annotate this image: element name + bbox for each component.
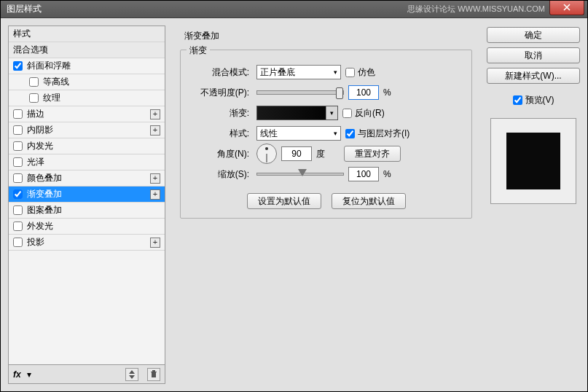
opacity-slider[interactable] xyxy=(256,90,344,95)
scale-input[interactable] xyxy=(348,167,379,181)
style-item-label: 内阴影 xyxy=(27,124,53,136)
panel-title: 渐变叠加 xyxy=(184,30,472,42)
gradient-group: 渐变 混合模式: 正片叠底▾ 仿色 不透明度(P): % 渐变: ▾ xyxy=(180,50,472,219)
style-item[interactable]: 光泽 xyxy=(9,154,165,170)
style-item[interactable]: 投影+ xyxy=(9,235,165,251)
style-item-label: 描边 xyxy=(27,108,44,120)
style-item-label: 斜面和浮雕 xyxy=(27,60,71,72)
angle-dial[interactable] xyxy=(256,144,277,164)
style-select[interactable]: 线性▾ xyxy=(256,126,341,141)
style-item-checkbox[interactable] xyxy=(13,189,23,199)
preview-checkbox[interactable]: 预览(V) xyxy=(487,94,580,106)
style-label: 样式: xyxy=(189,128,252,140)
chevron-down-icon: ▾ xyxy=(334,68,337,76)
plus-icon[interactable]: + xyxy=(150,189,160,200)
style-item[interactable]: 斜面和浮雕 xyxy=(9,58,165,74)
blend-mode-label: 混合模式: xyxy=(189,66,252,79)
blend-options-header[interactable]: 混合选项 xyxy=(9,42,165,58)
style-item[interactable]: 纹理 xyxy=(9,90,165,106)
opacity-input[interactable] xyxy=(348,85,379,100)
reset-default-button[interactable]: 复位为默认值 xyxy=(332,193,406,209)
reset-align-button[interactable]: 重置对齐 xyxy=(344,146,401,162)
style-item[interactable]: 颜色叠加+ xyxy=(9,170,165,187)
preview-box xyxy=(490,118,576,204)
group-title: 渐变 xyxy=(187,44,210,57)
chevron-down-icon: ▾ xyxy=(326,106,337,119)
fx-label: fx xyxy=(13,369,21,380)
blend-mode-select[interactable]: 正片叠底▾ xyxy=(256,65,341,79)
gradient-picker[interactable]: ▾ xyxy=(256,106,338,120)
style-item-checkbox[interactable] xyxy=(29,93,39,103)
style-item-checkbox[interactable] xyxy=(13,61,23,71)
style-item-label: 光泽 xyxy=(27,156,44,168)
styles-panel: 样式混合选项斜面和浮雕等高线纹理描边+内阴影+内发光光泽颜色叠加+渐变叠加+图案… xyxy=(8,26,165,384)
style-item[interactable]: 内发光 xyxy=(9,138,165,154)
style-item-label: 图案叠加 xyxy=(27,204,62,216)
preview-swatch xyxy=(506,133,560,189)
style-item[interactable]: 图案叠加 xyxy=(9,203,165,219)
reverse-checkbox[interactable]: 反向(R) xyxy=(342,107,385,119)
angle-label: 角度(N): xyxy=(189,148,252,160)
style-item[interactable]: 等高线 xyxy=(9,74,165,90)
style-item-label: 等高线 xyxy=(43,76,69,88)
arrow-updown-icon[interactable] xyxy=(125,368,138,381)
opacity-label: 不透明度(P): xyxy=(189,87,252,99)
trash-icon[interactable] xyxy=(147,368,160,381)
action-panel: 确定 取消 新建样式(W)... 预览(V) xyxy=(487,26,580,384)
settings-panel: 渐变叠加 渐变 混合模式: 正片叠底▾ 仿色 不透明度(P): % xyxy=(173,26,479,384)
style-item-checkbox[interactable] xyxy=(13,222,23,231)
plus-icon[interactable]: + xyxy=(150,238,160,248)
window-title: 图层样式 xyxy=(7,3,42,15)
style-item-checkbox[interactable] xyxy=(29,77,39,87)
style-item-checkbox[interactable] xyxy=(13,238,23,247)
styles-header[interactable]: 样式 xyxy=(9,26,165,42)
cancel-button[interactable]: 取消 xyxy=(487,47,580,63)
gradient-label: 渐变: xyxy=(189,107,252,119)
dither-checkbox[interactable]: 仿色 xyxy=(345,66,375,79)
style-item[interactable]: 外发光 xyxy=(9,219,165,235)
style-item-checkbox[interactable] xyxy=(13,125,23,135)
close-button[interactable] xyxy=(549,1,584,15)
watermark: 思缘设计论坛 WWW.MISSYUAN.COM xyxy=(407,4,545,15)
titlebar[interactable]: 图层样式 思缘设计论坛 WWW.MISSYUAN.COM xyxy=(1,1,587,18)
scale-label: 缩放(S): xyxy=(189,168,252,181)
chevron-down-icon: ▾ xyxy=(334,130,337,137)
style-item-label: 投影 xyxy=(27,236,44,248)
style-item[interactable]: 内阴影+ xyxy=(9,122,165,138)
angle-input[interactable] xyxy=(281,146,312,161)
scale-slider[interactable] xyxy=(256,173,344,176)
style-item-label: 渐变叠加 xyxy=(27,188,62,200)
set-default-button[interactable]: 设置为默认值 xyxy=(247,193,321,209)
styles-footer: fx▾ xyxy=(9,364,165,383)
style-item-checkbox[interactable] xyxy=(13,173,23,183)
style-item[interactable]: 描边+ xyxy=(9,106,165,122)
style-item-checkbox[interactable] xyxy=(13,205,23,215)
plus-icon[interactable]: + xyxy=(150,125,160,136)
close-icon xyxy=(563,4,571,11)
style-item-label: 内发光 xyxy=(27,140,53,152)
ok-button[interactable]: 确定 xyxy=(487,27,580,43)
style-item-label: 颜色叠加 xyxy=(27,172,62,184)
new-style-button[interactable]: 新建样式(W)... xyxy=(487,68,580,84)
align-layer-checkbox[interactable]: 与图层对齐(I) xyxy=(345,128,409,140)
style-item[interactable]: 渐变叠加+ xyxy=(9,187,165,203)
layer-style-dialog: 图层样式 思缘设计论坛 WWW.MISSYUAN.COM 样式混合选项斜面和浮雕… xyxy=(0,0,588,392)
style-item-label: 纹理 xyxy=(43,92,60,104)
style-item-checkbox[interactable] xyxy=(13,157,23,167)
plus-icon[interactable]: + xyxy=(150,173,160,184)
style-item-checkbox[interactable] xyxy=(13,109,23,119)
style-item-checkbox[interactable] xyxy=(13,141,23,151)
style-item-label: 外发光 xyxy=(27,220,53,232)
plus-icon[interactable]: + xyxy=(150,109,160,119)
